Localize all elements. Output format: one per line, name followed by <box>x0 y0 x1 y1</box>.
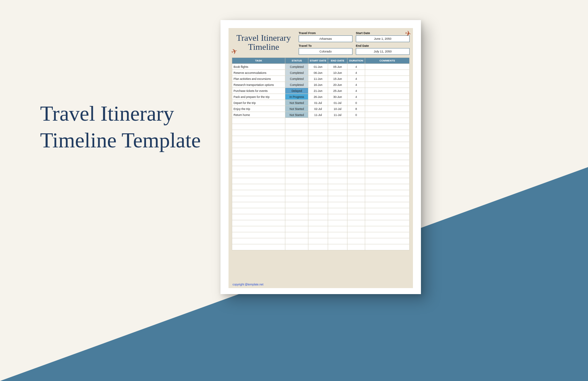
col-status: STATUS <box>285 58 308 64</box>
cell-end-date[interactable]: 30-Jun <box>328 94 347 100</box>
cell-comments[interactable] <box>365 82 410 88</box>
table-row[interactable]: Pack and prepare for the tripIn Progress… <box>232 94 410 100</box>
header-fields: Travel From Arkansas Start Date June 1, … <box>299 31 410 55</box>
table-row-empty[interactable] <box>232 154 410 160</box>
cell-status[interactable]: Not Started <box>285 106 308 112</box>
cell-duration[interactable]: 0 <box>347 100 365 106</box>
table-row[interactable]: Plan activities and excursionsCompleted1… <box>232 76 410 82</box>
cell-task[interactable]: Enjoy the trip <box>232 106 285 112</box>
field-value[interactable]: Arkansas <box>299 35 352 42</box>
table-row-empty[interactable] <box>232 196 410 202</box>
table-row-empty[interactable] <box>232 190 410 196</box>
table-row-empty[interactable] <box>232 244 410 250</box>
cell-comments[interactable] <box>365 88 410 94</box>
stage: Travel Itinerary Timeline Template ✈ Tra… <box>0 0 588 381</box>
cell-duration[interactable]: 4 <box>347 82 365 88</box>
table-row-empty[interactable] <box>232 124 410 130</box>
cell-end-date[interactable]: 10-Jul <box>328 106 347 112</box>
table-row-empty[interactable] <box>232 172 410 178</box>
cell-start-date[interactable]: 11-Jul <box>308 112 328 118</box>
template-sheet: ✈ Travel Itinerary Timeline ✈ Travel Fro… <box>220 20 421 294</box>
cell-end-date[interactable]: 10-Jun <box>328 70 347 76</box>
table-row-empty[interactable] <box>232 220 410 226</box>
cell-task[interactable]: Reserve accommodations <box>232 70 285 76</box>
table-row-empty[interactable] <box>232 118 410 124</box>
cell-start-date[interactable]: 16-Jun <box>308 82 328 88</box>
cell-task[interactable]: Book flights <box>232 64 285 70</box>
cell-task[interactable]: Plan activities and excursions <box>232 76 285 82</box>
document-title-line1: Travel Itinerary <box>233 33 295 42</box>
document-title: Travel Itinerary Timeline ✈ <box>232 31 295 55</box>
cell-duration[interactable]: 4 <box>347 64 365 70</box>
cell-end-date[interactable]: 20-Jun <box>328 82 347 88</box>
cell-duration[interactable]: 4 <box>347 88 365 94</box>
field-label: Start Date <box>356 31 410 35</box>
table-row-empty[interactable] <box>232 130 410 136</box>
table-row-empty[interactable] <box>232 214 410 220</box>
cell-status[interactable]: Not Started <box>285 112 308 118</box>
col-start-date: START DATE <box>308 58 328 64</box>
cell-end-date[interactable]: 25-Jun <box>328 88 347 94</box>
table-row-empty[interactable] <box>232 148 410 154</box>
table-row-empty[interactable] <box>232 226 410 232</box>
table-row-empty[interactable] <box>232 166 410 172</box>
cell-comments[interactable] <box>365 70 410 76</box>
cell-status[interactable]: Completed <box>285 76 308 82</box>
table-row[interactable]: Return homeNot Started11-Jul11-Jul0 <box>232 112 410 118</box>
itinerary-table: TASK STATUS START DATE END DATE DURATION… <box>232 57 410 250</box>
cell-task[interactable]: Purchase tickets for events <box>232 88 285 94</box>
table-row[interactable]: Reserve accommodationsCompleted06-Jun10-… <box>232 70 410 76</box>
cell-start-date[interactable]: 06-Jun <box>308 70 328 76</box>
cell-status[interactable]: Completed <box>285 64 308 70</box>
table-row-empty[interactable] <box>232 178 410 184</box>
table-row-empty[interactable] <box>232 184 410 190</box>
field-end-date: End Date July 11, 2050 <box>356 44 410 55</box>
cell-duration[interactable]: 4 <box>347 94 365 100</box>
cell-end-date[interactable]: 05-Jun <box>328 64 347 70</box>
cell-comments[interactable] <box>365 100 410 106</box>
table-row[interactable]: Research transportation optionsCompleted… <box>232 82 410 88</box>
field-value[interactable]: Colorado <box>299 48 352 55</box>
table-row-empty[interactable] <box>232 160 410 166</box>
cell-task[interactable]: Pack and prepare for the trip <box>232 94 285 100</box>
cell-duration[interactable]: 0 <box>347 112 365 118</box>
table-row[interactable]: Book flightsCompleted01-Jun05-Jun4 <box>232 64 410 70</box>
table-row-empty[interactable] <box>232 202 410 208</box>
cell-status[interactable]: Delayed <box>285 88 308 94</box>
cell-comments[interactable] <box>365 76 410 82</box>
cell-end-date[interactable]: 01-Jul <box>328 100 347 106</box>
table-row[interactable]: Purchase tickets for eventsDelayed21-Jun… <box>232 88 410 94</box>
cell-comments[interactable] <box>365 112 410 118</box>
cell-start-date[interactable]: 01-Jun <box>308 64 328 70</box>
cell-start-date[interactable]: 02-Jul <box>308 106 328 112</box>
cell-start-date[interactable]: 21-Jun <box>308 88 328 94</box>
cell-task[interactable]: Return home <box>232 112 285 118</box>
cell-duration[interactable]: 4 <box>347 70 365 76</box>
table-row-empty[interactable] <box>232 208 410 214</box>
cell-comments[interactable] <box>365 94 410 100</box>
cell-start-date[interactable]: 01-Jul <box>308 100 328 106</box>
field-value[interactable]: July 11, 2050 <box>356 48 410 55</box>
cell-duration[interactable]: 8 <box>347 106 365 112</box>
cell-start-date[interactable]: 11-Jun <box>308 76 328 82</box>
table-row-empty[interactable] <box>232 136 410 142</box>
cell-task[interactable]: Research transportation options <box>232 82 285 88</box>
cell-status[interactable]: Not Started <box>285 100 308 106</box>
table-row-empty[interactable] <box>232 142 410 148</box>
field-value[interactable]: June 1, 2050 <box>356 35 410 42</box>
cell-duration[interactable]: 4 <box>347 76 365 82</box>
headline-line1: Travel Itinerary <box>40 100 201 127</box>
cell-comments[interactable] <box>365 106 410 112</box>
cell-status[interactable]: In Progress <box>285 94 308 100</box>
table-row[interactable]: Enjoy the tripNot Started02-Jul10-Jul8 <box>232 106 410 112</box>
cell-status[interactable]: Completed <box>285 82 308 88</box>
cell-comments[interactable] <box>365 64 410 70</box>
table-row[interactable]: Depart for the tripNot Started01-Jul01-J… <box>232 100 410 106</box>
table-row-empty[interactable] <box>232 238 410 244</box>
cell-end-date[interactable]: 15-Jun <box>328 76 347 82</box>
cell-start-date[interactable]: 26-Jun <box>308 94 328 100</box>
table-row-empty[interactable] <box>232 232 410 238</box>
cell-end-date[interactable]: 11-Jul <box>328 112 347 118</box>
cell-status[interactable]: Completed <box>285 70 308 76</box>
cell-task[interactable]: Depart for the trip <box>232 100 285 106</box>
